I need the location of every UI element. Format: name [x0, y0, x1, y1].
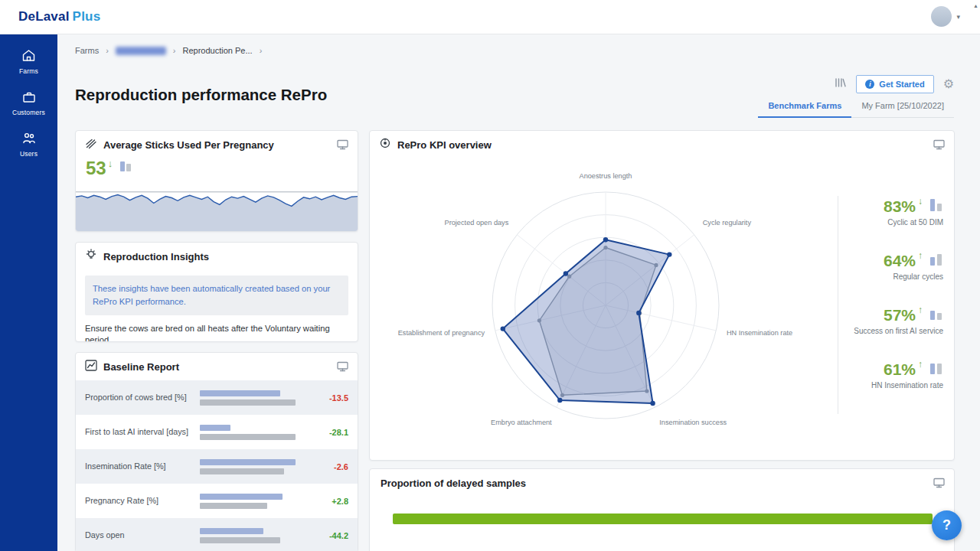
radar-point-farm	[603, 237, 608, 242]
farm-bar	[200, 459, 296, 465]
benchmark-library-icon[interactable]	[834, 77, 847, 92]
radar-spoke	[517, 235, 606, 305]
radar-ring	[560, 260, 651, 350]
header-controls: i Get Started ⚙	[834, 75, 954, 93]
baseline-row-bars	[200, 390, 296, 406]
sidebar-item-users[interactable]: Users	[0, 124, 57, 165]
gear-icon[interactable]: ⚙	[943, 78, 954, 90]
sidebar-item-label: Users	[20, 150, 38, 158]
baseline-row-bars	[200, 459, 296, 474]
sidebar-item-customers[interactable]: Customers	[0, 83, 57, 124]
sticks-icon	[85, 138, 97, 152]
bar-chart-icon	[929, 307, 943, 324]
baseline-row-label: Insemination Rate [%]	[85, 461, 200, 471]
sidebar-item-farms[interactable]: Farms	[0, 41, 57, 83]
view-tabs: Benchmark Farms My Farm [25/10/2022]	[758, 98, 954, 118]
help-button[interactable]: ?	[932, 510, 962, 540]
scrollbar-up-button[interactable]: ▲	[973, 3, 978, 8]
get-started-label: Get Started	[879, 80, 924, 89]
card-header: Baseline Report	[76, 353, 358, 380]
benchmark-bar	[200, 537, 280, 543]
baseline-row-bars	[200, 494, 296, 509]
radar-axis-label: HN Insemination rate	[727, 329, 792, 337]
farm-bar	[200, 494, 283, 500]
baseline-row: Days open-44.2	[76, 518, 358, 551]
radar-point-benchmark	[654, 263, 658, 267]
baseline-row-label: First to last AI interval [days]	[85, 426, 200, 437]
radar-ring	[492, 192, 719, 419]
card-header: RePro KPI overview	[370, 131, 954, 158]
card-title: RePro KPI overview	[397, 139, 492, 151]
radar-spoke	[606, 305, 716, 331]
radar-ring	[537, 237, 674, 373]
radar-series-benchmark	[539, 248, 656, 396]
kpi-value: 61%	[884, 361, 916, 377]
avatar[interactable]	[931, 6, 952, 27]
chevron-right-icon: ›	[173, 46, 176, 55]
benchmark-bar	[200, 503, 267, 509]
bar-chart-icon	[119, 160, 132, 174]
breadcrumb-farm-name-redacted[interactable]	[116, 47, 166, 55]
kpi-value: 83%	[884, 198, 916, 214]
chevron-down-icon: ▾	[956, 13, 960, 21]
card-title: Reproduction Insights	[103, 251, 209, 262]
kpi-value-row: 61%↑	[871, 361, 943, 378]
page-title: Reproduction performance RePro	[75, 86, 327, 104]
kpi-summary-column: 83%↓Cyclic at 50 DIM64%↑Regular cycles57…	[848, 198, 943, 390]
radar-point-farm	[557, 398, 562, 403]
sticks-value: 53	[86, 159, 106, 178]
baseline-row-value: -44.2	[303, 531, 348, 540]
tab-my-farm[interactable]: My Farm [25/10/2022]	[851, 98, 954, 117]
benchmark-bar	[200, 399, 296, 406]
barn-icon	[21, 49, 36, 65]
reproduction-insights-card: Reproduction Insights These insights hav…	[75, 242, 358, 342]
radar-axis-label: Anoestrus length	[580, 172, 632, 180]
kpi-label: HN Insemination rate	[871, 381, 943, 390]
farm-bar	[200, 425, 230, 431]
radar-point-farm	[667, 252, 671, 256]
radar-axis-label: Establishment of pregnancy	[398, 329, 485, 337]
baseline-row: Proportion of cows bred [%]-13.5	[76, 380, 358, 415]
lightbulb-icon	[85, 249, 97, 264]
breadcrumb-current[interactable]: Reproduction Pe...	[183, 46, 253, 55]
repro-kpi-overview-card: RePro KPI overview Anoestrus lengthCycle…	[369, 130, 955, 461]
farm-bar	[200, 528, 263, 534]
baseline-row: Insemination Rate [%]-2.6	[76, 449, 358, 484]
radar-point-farm	[650, 401, 655, 406]
radar-ring	[583, 282, 628, 328]
farm-bar	[200, 390, 280, 396]
tab-benchmark-farms[interactable]: Benchmark Farms	[758, 98, 851, 118]
radar-point-benchmark	[645, 389, 648, 393]
expand-icon[interactable]	[933, 139, 945, 150]
radar-axis-label: Embryo attachment	[491, 419, 552, 426]
baseline-report-card: Baseline Report Proportion of cows bred …	[75, 352, 358, 551]
user-menu[interactable]: ▾	[931, 6, 960, 27]
radar-point-farm	[636, 311, 641, 315]
baseline-row-value: -2.6	[303, 462, 348, 471]
sticks-value-row: 53 ↓	[86, 159, 132, 178]
radar-spoke	[606, 305, 655, 407]
sidebar-item-label: Customers	[12, 109, 45, 116]
benchmark-bar	[200, 468, 284, 474]
expand-icon[interactable]	[337, 361, 348, 372]
radar-point-farm	[564, 271, 568, 276]
expand-icon[interactable]	[933, 478, 945, 488]
benchmark-bar	[200, 434, 296, 440]
card-header: Proportion of delayed samples	[370, 469, 954, 497]
expand-icon[interactable]	[337, 139, 348, 150]
baseline-row: First to last AI interval [days]-28.1	[76, 415, 358, 449]
breadcrumb: Farms › › Reproduction Pe... ›	[75, 46, 262, 55]
sidebar-item-label: Farms	[19, 67, 38, 75]
baseline-row-bars	[200, 528, 296, 543]
baseline-row-bars	[200, 425, 296, 440]
app-logo[interactable]: DeLavalPlus	[18, 9, 100, 24]
baseline-rows: Proportion of cows bred [%]-13.5First to…	[76, 380, 358, 551]
radar-spoke	[557, 305, 606, 407]
kpi-item: 83%↓Cyclic at 50 DIM	[884, 198, 943, 227]
logo-primary: DeLaval	[18, 9, 70, 24]
baseline-row-value: -13.5	[303, 393, 348, 403]
get-started-button[interactable]: i Get Started	[856, 75, 933, 93]
baseline-row-label: Proportion of cows bred [%]	[85, 392, 200, 403]
radar-point-benchmark	[537, 318, 541, 322]
breadcrumb-farms[interactable]: Farms	[75, 46, 99, 55]
